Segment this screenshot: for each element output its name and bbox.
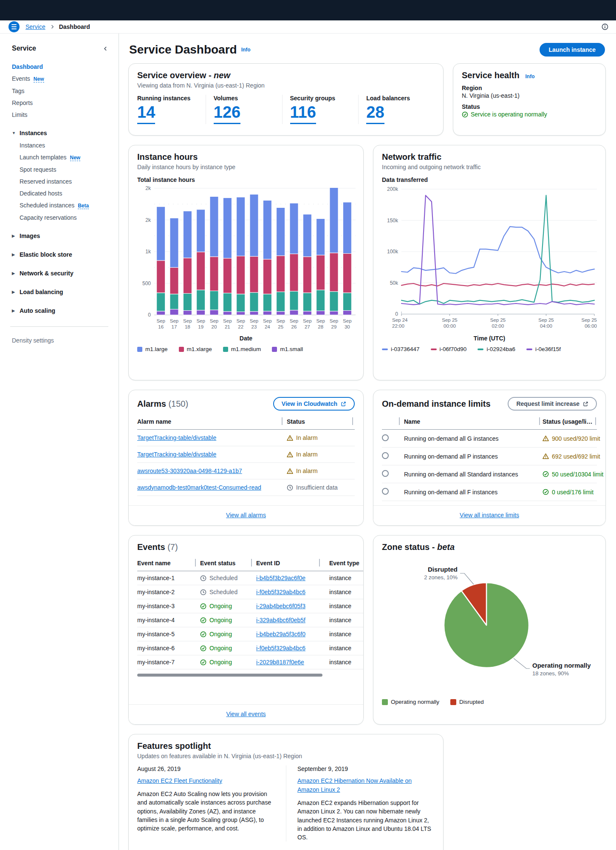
sidebar-item-spot-requests[interactable]: Spot requests (20, 164, 108, 176)
alarm-status: Insufficient data (287, 479, 356, 496)
event-name: my-instance-5 (137, 627, 200, 641)
event-id-link[interactable]: i-b4beb29a5f3c6f0 (256, 627, 329, 641)
event-id-link[interactable]: i-29ab4bebc6f05f3 (256, 599, 329, 613)
event-type: instance (329, 613, 364, 627)
event-id-link[interactable]: i-f0eb5f329ab4bc6 (256, 585, 329, 599)
radio-button[interactable] (382, 488, 389, 495)
request-limit-increase-button[interactable]: Request limit increase (508, 397, 597, 411)
feature-date: September 9, 2019 (297, 765, 433, 772)
service-health-info-link[interactable]: Info (526, 74, 535, 79)
svg-text:Sep25: Sep25 (276, 318, 285, 329)
view-all-alarms-link[interactable]: View all alarms (226, 512, 266, 518)
main-content: Service Dashboard Info Launch instance S… (119, 34, 616, 850)
legend-item[interactable]: m1.xlarge (179, 346, 212, 352)
network-traffic-title: Network traffic (382, 152, 597, 162)
warning-icon (543, 453, 549, 459)
legend-item[interactable]: i-03736447 (382, 346, 420, 352)
features-spotlight-card: Features spotlight Updates on features a… (128, 734, 444, 850)
alarm-link[interactable]: TargetTracking-table/divstable (137, 446, 287, 462)
sidebar-item-dedicated-hosts[interactable]: Dedicated hosts (20, 187, 108, 199)
view-in-cloudwatch-button[interactable]: View in Cloudwatch (273, 397, 355, 411)
sidebar-item-instances[interactable]: Instances (20, 139, 108, 151)
alarm-link[interactable]: awsdynamodb-test0mark0test-Consumed-read (137, 479, 287, 496)
limit-status: 900 used/920 limit (543, 431, 606, 447)
running-instances-count-link[interactable]: 14 (137, 104, 155, 124)
feature-link[interactable]: Amazon EC2 Fleet Functionality (137, 777, 222, 784)
sidebar-item-limits[interactable]: Limits (12, 109, 108, 121)
table-row: Running on-demand all G instances 900 us… (382, 430, 597, 448)
top-navigation-bar (0, 0, 616, 20)
legend-item[interactable]: Operating normally (382, 699, 439, 705)
sidebar-item-reserved-instances[interactable]: Reserved instances (20, 176, 108, 187)
status-value: Service is operating normally (462, 111, 597, 118)
sidebar-item-capacity-reservations[interactable]: Capacity reservations (20, 212, 108, 224)
radio-button[interactable] (382, 434, 389, 441)
page-title: Service Dashboard (129, 43, 237, 57)
load-balancers-count-link[interactable]: 28 (366, 104, 384, 124)
sidebar-section-instances[interactable]: ▼ Instances (12, 127, 108, 139)
legend-item[interactable]: Disrupted (450, 699, 484, 705)
legend-item[interactable]: m1.small (272, 346, 303, 352)
info-icon[interactable] (602, 23, 608, 30)
svg-text:150k: 150k (387, 218, 398, 224)
radio-button[interactable] (382, 452, 389, 459)
svg-text:2k: 2k (145, 185, 151, 191)
event-id-link[interactable]: i-f0eb5f329ab4bc6 (256, 641, 329, 655)
alarms-card: Alarms (150) View in Cloudwatch Alarm na… (128, 390, 364, 526)
legend-item[interactable]: i-0e36f15f (526, 346, 561, 352)
sidebar-item-tags[interactable]: Tags (12, 85, 108, 97)
sidebar-item-scheduled-instances[interactable]: Scheduled instancesBeta (20, 199, 108, 212)
sidebar-collapse-icon[interactable] (103, 46, 108, 51)
sidebar-item-dashboard[interactable]: Dashboard (12, 61, 108, 73)
sidebar-section-load-balancing[interactable]: ▶ Load balancing (12, 286, 108, 298)
features-title: Features spotlight (137, 741, 435, 751)
table-row: my-instance-6 Ongoing i-f0eb5f329ab4bc6 … (137, 641, 364, 655)
sidebar-section-images[interactable]: ▶ Images (12, 230, 108, 242)
sidebar-section-network-security[interactable]: ▶ Network & security (12, 267, 108, 280)
alarm-link[interactable]: TargetTracking-table/divstable (137, 430, 287, 446)
menu-button[interactable] (8, 21, 20, 32)
alarm-status: In alarm (287, 446, 356, 462)
svg-text:Sep 2502:00: Sep 2502:00 (490, 317, 506, 329)
legend-swatch (272, 347, 277, 352)
horizontal-scrollbar[interactable] (137, 674, 322, 677)
radio-button[interactable] (382, 470, 389, 477)
on-demand-limits-card: On-demand instance limits Request limit … (373, 390, 606, 526)
svg-text:Sep16: Sep16 (156, 318, 165, 329)
feature-link[interactable]: Amazon EC2 Hibernation Now Available on … (297, 777, 412, 793)
security-groups-count-link[interactable]: 116 (290, 104, 316, 124)
alarms-title: Alarms (150) (137, 399, 188, 409)
event-name: my-instance-7 (137, 655, 200, 669)
sidebar-section-elastic-block-store[interactable]: ▶ Elastic block store (12, 248, 108, 261)
sidebar-item-launch-templates[interactable]: Launch templatesNew (20, 151, 108, 164)
legend-item[interactable]: i-02924ba6 (478, 346, 515, 352)
event-id-link[interactable]: i-329ab4bc6f0eb5f (256, 613, 329, 627)
legend-item[interactable]: m1.medium (223, 346, 261, 352)
alarm-link[interactable]: awsroute53-303920aa-0498-4129-a1b7 (137, 463, 287, 479)
page-title-info-link[interactable]: Info (241, 47, 251, 53)
table-row: my-instance-2 Scheduled i-f0eb5f329ab4bc… (137, 585, 364, 599)
svg-text:100k: 100k (387, 249, 398, 255)
zone-status-pie-chart: Disrupted2 zones, 10%Operating normally1… (382, 552, 598, 693)
event-id-link[interactable]: i-b4b5f3b29ac6f0e (256, 571, 329, 585)
event-id-link[interactable]: i-2029b8187f0e6e (256, 655, 329, 669)
sidebar-item-reports[interactable]: Reports (12, 97, 108, 109)
volumes-count-link[interactable]: 126 (214, 104, 240, 124)
new-badge: New (70, 155, 81, 161)
legend-item[interactable]: i-06f70d90 (431, 346, 467, 352)
event-status: Ongoing (200, 627, 256, 641)
bar-chart-x-label: Date (137, 335, 355, 342)
legend-swatch (382, 348, 388, 350)
chevron-right-icon (50, 24, 55, 29)
sidebar-item-events[interactable]: EventsNew (12, 73, 108, 85)
launch-instance-button[interactable]: Launch instance (540, 43, 605, 57)
limit-status: 0 used/176 limit (543, 484, 606, 500)
sidebar-section-auto-scaling[interactable]: ▶ Auto scaling (12, 304, 108, 317)
zone-status-title: Zone status - beta (382, 542, 597, 552)
limit-status: 50 used/10304 limit (543, 466, 606, 482)
view-all-instance-limits-link[interactable]: View all instance limits (460, 512, 519, 518)
sidebar-item-density-settings[interactable]: Density settings (12, 334, 108, 346)
breadcrumb-service-link[interactable]: Service (25, 23, 45, 30)
view-all-events-link[interactable]: View all events (226, 711, 266, 717)
legend-item[interactable]: m1.large (137, 346, 168, 352)
